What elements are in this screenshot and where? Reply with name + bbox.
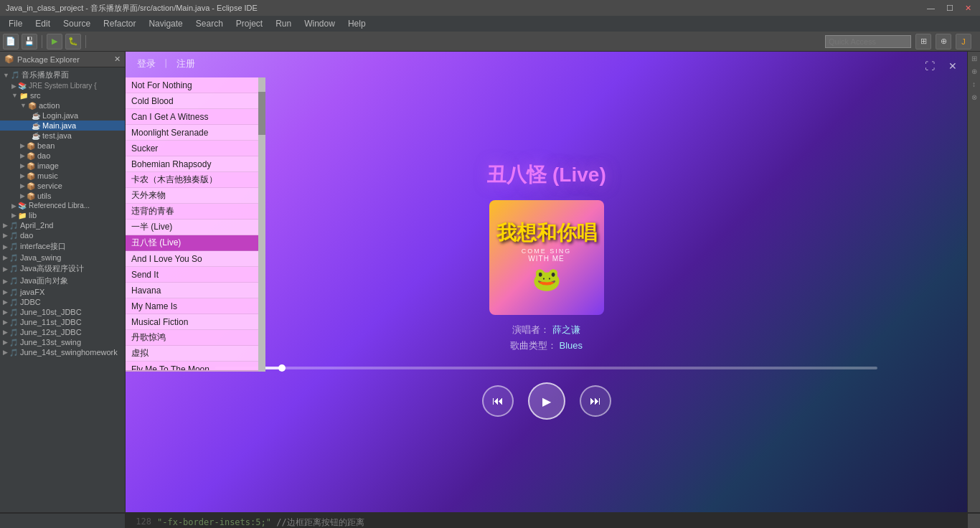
tree-item-june14[interactable]: ▶ 🎵 June_14st_swinghomework <box>0 347 125 357</box>
bottom-center: 128 "-fx-border-insets:5;" //边框距离按钮的距离 1… <box>126 514 967 528</box>
menu-search[interactable]: Search <box>190 17 229 30</box>
right-icon-3[interactable]: ↕ <box>969 79 979 89</box>
tree-item-action[interactable]: ▼ 📦 action <box>0 100 125 110</box>
song-item-6[interactable]: 卡农（木吉他独奏版） <box>126 172 264 188</box>
menu-source[interactable]: Source <box>57 17 96 30</box>
toolbar: 📄 💾 ▶ 🐛 ⊞ ⊕ J <box>0 32 980 52</box>
right-icon-2[interactable]: ⊕ <box>969 66 979 76</box>
music-player: 登录 丨 注册 ⛶ ✕ Not For Nothing Cold Blood C… <box>126 52 967 512</box>
expand-icon[interactable]: ⛶ <box>921 57 938 75</box>
singer-label: 演唱者： <box>512 324 550 335</box>
toolbar-new[interactable]: 📄 <box>3 34 19 50</box>
close-pkg-icon[interactable]: ✕ <box>114 55 121 64</box>
song-item-4[interactable]: Sucker <box>126 141 264 156</box>
close-player-icon[interactable]: ✕ <box>944 57 961 75</box>
menu-run[interactable]: Run <box>270 17 297 30</box>
tree-item-june13[interactable]: ▶ 🎵 June_13st_swing <box>0 337 125 347</box>
menu-edit[interactable]: Edit <box>29 17 56 30</box>
tree-item-jdbc[interactable]: ▶ 🎵 JDBC <box>0 297 125 307</box>
song-item-1[interactable]: Cold Blood <box>126 93 264 109</box>
menu-navigate[interactable]: Navigate <box>143 17 188 30</box>
register-link[interactable]: 注册 <box>176 57 195 70</box>
next-button[interactable]: ⏭ <box>580 385 611 417</box>
tree-item-javafx[interactable]: ▶ 🎵 javaFX <box>0 287 125 297</box>
menu-file[interactable]: File <box>3 17 28 30</box>
tree-item-src[interactable]: ▼ 📁 src <box>0 90 125 100</box>
menu-refactor[interactable]: Refactor <box>98 17 141 30</box>
song-item-10[interactable]: 丑八怪 (Live) <box>126 235 264 251</box>
toolbar-java-perspective[interactable]: J <box>956 34 971 50</box>
song-item-15[interactable]: Musical Fiction <box>126 314 264 330</box>
menu-help[interactable]: Help <box>342 17 372 30</box>
tree-item-login[interactable]: ☕ Login.java <box>0 110 125 121</box>
song-title: 丑八怪 (Live) <box>486 161 606 189</box>
song-item-3[interactable]: Moonlight Seranade <box>126 125 264 141</box>
tree-item-test[interactable]: ☕ test.java <box>0 131 125 141</box>
toolbar-new-perspective[interactable]: ⊕ <box>936 34 951 50</box>
play-button[interactable]: ▶ <box>528 382 565 420</box>
song-item-18[interactable]: Fly Me To The Moon <box>126 362 264 372</box>
tree-item-interface[interactable]: ▶ 🎵 interface接口 <box>0 240 125 253</box>
toolbar-perspectives[interactable]: ⊞ <box>915 34 931 50</box>
menu-window[interactable]: Window <box>298 17 341 30</box>
right-icon-1[interactable]: ⊞ <box>969 53 979 63</box>
tree-item-utils[interactable]: ▶ 📦 utils <box>0 191 125 201</box>
song-item-8[interactable]: 违背的青春 <box>126 204 264 220</box>
tree-item-music[interactable]: ▶ 📦 music <box>0 171 125 181</box>
album-art-frog: 🐸 <box>496 265 597 293</box>
auth-divider: 丨 <box>161 57 171 70</box>
song-item-17[interactable]: 虚拟 <box>126 346 264 362</box>
song-list-scrollbar[interactable] <box>258 77 265 372</box>
tree-label-lib: lib <box>29 211 37 220</box>
tree-item-lib[interactable]: ▶ 📁 lib <box>0 210 125 220</box>
tree-arrow-javafx: ▶ <box>3 288 8 296</box>
tree-item-reflib[interactable]: ▶ 📚 Referenced Libra... <box>0 201 125 210</box>
tree-item-june11[interactable]: ▶ 🎵 June_11st_JDBC <box>0 317 125 327</box>
right-panel: ⊞ ⊕ ↕ ⊗ <box>967 52 980 512</box>
prev-button[interactable]: ⏮ <box>482 385 514 417</box>
song-item-2[interactable]: Can I Get A Witness <box>126 109 264 125</box>
tree-item-april2nd[interactable]: ▶ 🎵 April_2nd <box>0 220 125 230</box>
src-icon: 📁 <box>19 92 28 100</box>
tree-item-june10[interactable]: ▶ 🎵 June_10st_JDBC <box>0 307 125 317</box>
song-item-16[interactable]: 丹歌惊鸿 <box>126 330 264 346</box>
tree-arrow-june10: ▶ <box>3 308 8 316</box>
toolbar-save[interactable]: 💾 <box>22 34 37 50</box>
tree-item-main[interactable]: ☕ Main.java <box>0 121 125 131</box>
tree-item-dao2[interactable]: ▶ 🎵 dao <box>0 230 125 240</box>
song-item-12[interactable]: Send It <box>126 267 264 283</box>
tree-item-dao[interactable]: ▶ 📦 dao <box>0 151 125 161</box>
tree-item-service[interactable]: ▶ 📦 service <box>0 181 125 191</box>
right-icon-4[interactable]: ⊗ <box>969 92 979 102</box>
bean-icon: 📦 <box>27 142 35 150</box>
song-item-9[interactable]: 一半 (Live) <box>126 220 264 235</box>
song-item-13[interactable]: Havana <box>126 283 264 298</box>
quick-access-input[interactable] <box>825 35 911 48</box>
toolbar-debug[interactable]: 🐛 <box>65 34 81 50</box>
maximize-button[interactable]: ☐ <box>943 4 956 13</box>
close-button[interactable]: ✕ <box>962 4 974 13</box>
song-item-11[interactable]: And I Love You So <box>126 251 264 267</box>
login-link[interactable]: 登录 <box>137 57 156 70</box>
tree-item-java-oo[interactable]: ▶ 🎵 Java面向对象 <box>0 275 125 287</box>
minimize-button[interactable]: — <box>924 4 938 13</box>
song-list-thumb[interactable] <box>258 92 265 135</box>
tree-arrow-bean: ▶ <box>20 142 25 149</box>
next-icon: ⏭ <box>590 395 601 407</box>
song-item-14[interactable]: My Name Is <box>126 298 264 314</box>
song-item-5[interactable]: Bohemian Rhapsody <box>126 156 264 172</box>
june10-icon: 🎵 <box>9 308 18 316</box>
tree-item-june12[interactable]: ▶ 🎵 June_12st_JDBC <box>0 327 125 337</box>
menu-project[interactable]: Project <box>230 17 268 30</box>
song-item-0[interactable]: Not For Nothing <box>126 77 264 93</box>
tree-item-project[interactable]: ▼ 🎵 音乐播放界面 <box>0 69 125 81</box>
progress-bar[interactable] <box>215 367 877 369</box>
tree-item-image[interactable]: ▶ 📦 image <box>0 161 125 171</box>
tree-item-java-adv[interactable]: ▶ 🎵 Java高级程序设计 <box>0 263 125 275</box>
toolbar-run[interactable]: ▶ <box>47 34 62 50</box>
song-item-7[interactable]: 天外来物 <box>126 188 264 204</box>
tree-item-jre[interactable]: ▶ 📚 JRE System Library { <box>0 81 125 90</box>
tree-item-bean[interactable]: ▶ 📦 bean <box>0 141 125 151</box>
tree-item-javaswing[interactable]: ▶ 🎵 Java_swing <box>0 253 125 263</box>
progress-thumb[interactable] <box>278 364 286 372</box>
